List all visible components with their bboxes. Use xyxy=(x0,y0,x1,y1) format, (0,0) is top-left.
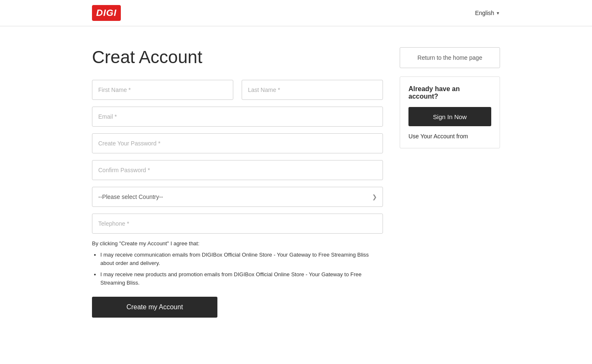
return-home-button[interactable]: Return to the home page xyxy=(400,47,500,68)
chevron-down-icon: ▼ xyxy=(496,11,500,15)
last-name-input[interactable] xyxy=(242,80,383,100)
agreement-section: By clicking "Create my Account" I agree … xyxy=(92,240,383,287)
confirm-password-field-wrapper xyxy=(92,160,383,180)
language-label: English xyxy=(475,10,494,16)
logo: DIGI xyxy=(92,5,121,21)
page-title: Creat Account xyxy=(92,47,383,67)
agreement-intro: By clicking "Create my Account" I agree … xyxy=(92,240,383,247)
language-selector[interactable]: English ▼ xyxy=(475,10,500,16)
name-row xyxy=(92,80,383,100)
sidebar-section: Return to the home page Already have an … xyxy=(400,47,500,318)
country-select-wrapper: --Please select Country-- Malaysia Singa… xyxy=(92,187,383,207)
main-container: Creat Account --Please select Country-- … xyxy=(0,26,592,339)
header-right: English ▼ xyxy=(475,10,500,16)
telephone-field-wrapper xyxy=(92,214,383,234)
account-card: Already have an account? Sign In Now Use… xyxy=(400,76,500,148)
agreement-item-1: I may receive communication emails from … xyxy=(100,251,383,267)
confirm-password-input[interactable] xyxy=(92,160,383,180)
form-section: Creat Account --Please select Country-- … xyxy=(92,47,383,318)
email-field-wrapper xyxy=(92,107,383,127)
create-account-button[interactable]: Create my Account xyxy=(92,297,217,318)
create-password-input[interactable] xyxy=(92,133,383,153)
email-input[interactable] xyxy=(92,107,383,127)
first-name-input[interactable] xyxy=(92,80,233,100)
sign-in-button[interactable]: Sign In Now xyxy=(408,107,491,126)
agreement-item-2: I may receive new products and promotion… xyxy=(100,270,383,287)
agreement-list: I may receive communication emails from … xyxy=(92,251,383,287)
create-password-field-wrapper xyxy=(92,133,383,153)
logo-area: DIGI xyxy=(92,5,121,21)
telephone-input[interactable] xyxy=(92,214,383,234)
already-have-account-label: Already have an account? xyxy=(408,85,491,100)
country-select[interactable]: --Please select Country-- Malaysia Singa… xyxy=(92,187,383,207)
use-account-label: Use Your Account from xyxy=(408,133,491,140)
header: DIGI English ▼ xyxy=(0,0,592,26)
